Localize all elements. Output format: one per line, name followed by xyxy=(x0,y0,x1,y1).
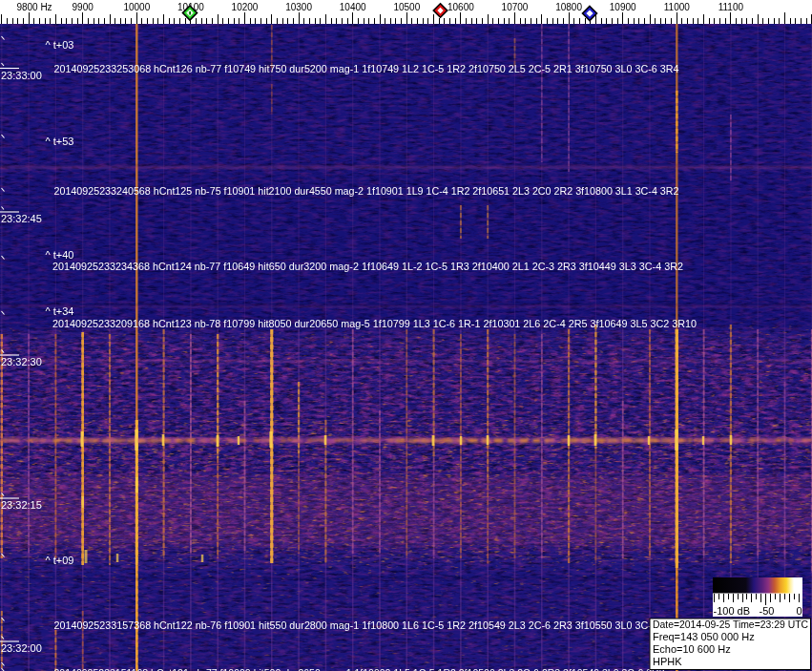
svg-text:10800: 10800 xyxy=(555,2,582,12)
svg-text:10300: 10300 xyxy=(285,2,312,12)
svg-text:-100 dB: -100 dB xyxy=(714,605,751,617)
svg-text:11100: 11100 xyxy=(718,2,744,12)
svg-text:23:32:15: 23:32:15 xyxy=(1,499,42,511)
svg-text:Echo=10 600 Hz: Echo=10 600 Hz xyxy=(653,643,731,655)
svg-text:23:33:00: 23:33:00 xyxy=(1,70,42,81)
svg-text:0: 0 xyxy=(796,605,802,617)
svg-text:10600: 10600 xyxy=(448,2,474,12)
svg-text:11000: 11000 xyxy=(664,2,691,12)
svg-text:23:32:30: 23:32:30 xyxy=(1,356,42,367)
svg-text:20140925233234368 hCnt124 nb-7: 20140925233234368 hCnt124 nb-77 f10649 h… xyxy=(52,261,683,272)
svg-text:20140925233157368 hCnt122 nb-7: 20140925233157368 hCnt122 nb-76 f10901 h… xyxy=(54,619,679,631)
svg-text:-50: -50 xyxy=(760,605,775,617)
svg-text:20140925233151168 hCnt121 nb-7: 20140925233151168 hCnt121 nb-77 f10900 h… xyxy=(54,667,665,671)
svg-text:9900: 9900 xyxy=(73,2,94,12)
svg-text:Date=2014-09-25 Time=23:29 UTC: Date=2014-09-25 Time=23:29 UTC xyxy=(653,619,808,630)
svg-text:10400: 10400 xyxy=(340,2,366,12)
svg-text:10000: 10000 xyxy=(123,2,150,12)
svg-text:10500: 10500 xyxy=(393,2,420,12)
svg-text:10700: 10700 xyxy=(502,2,529,12)
svg-text:20140925233209168 hCnt123 nb-7: 20140925233209168 hCnt123 nb-78 f10799 h… xyxy=(52,318,697,329)
svg-text:^ t+40: ^ t+40 xyxy=(46,249,74,261)
svg-text:^ t+53: ^ t+53 xyxy=(46,136,74,147)
svg-text:20140925233240568 hCnt125 nb-7: 20140925233240568 hCnt125 nb-75 f10901 h… xyxy=(54,185,679,197)
svg-text:20140925233253068 hCnt126 nb-7: 20140925233253068 hCnt126 nb-77 f10749 h… xyxy=(54,63,679,74)
svg-text:10900: 10900 xyxy=(610,2,636,12)
svg-text:9800 Hz: 9800 Hz xyxy=(16,2,52,12)
svg-text:^ t+09: ^ t+09 xyxy=(46,555,74,566)
svg-text:23:32:00: 23:32:00 xyxy=(1,642,42,654)
svg-text:HPHK: HPHK xyxy=(653,656,682,667)
svg-text:^ t+03: ^ t+03 xyxy=(46,39,74,51)
svg-text:10200: 10200 xyxy=(232,2,259,12)
svg-text:Freq=143 050 000 Hz: Freq=143 050 000 Hz xyxy=(653,631,755,642)
svg-text:^ t+34: ^ t+34 xyxy=(46,305,74,317)
svg-text:23:32:45: 23:32:45 xyxy=(1,213,42,224)
